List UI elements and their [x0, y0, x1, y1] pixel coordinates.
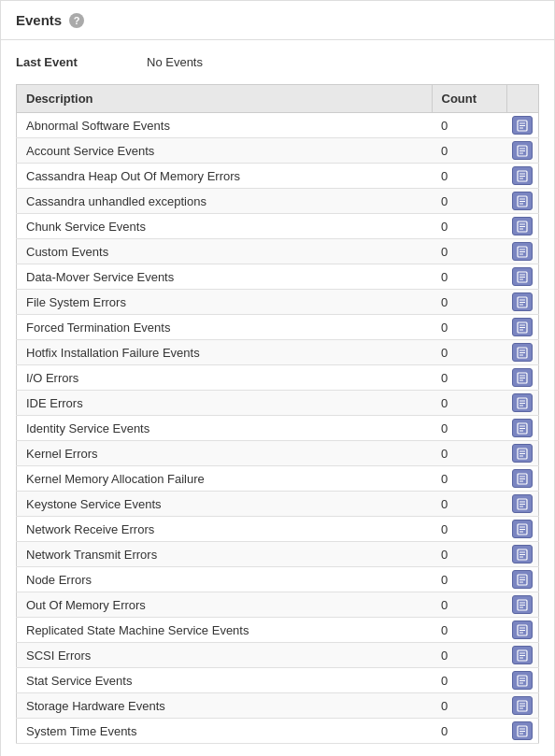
action-icon — [517, 221, 528, 233]
action-icon — [517, 599, 528, 611]
event-action-button[interactable] — [512, 696, 533, 715]
action-cell — [506, 592, 539, 618]
count-cell: 0 — [432, 668, 506, 693]
description-cell: File System Errors — [17, 290, 433, 315]
description-cell: Stat Service Events — [17, 668, 433, 693]
event-action-button[interactable] — [512, 671, 533, 690]
action-icon — [517, 422, 528, 435]
count-header: Count — [432, 85, 506, 113]
action-icon — [517, 145, 528, 157]
event-action-button[interactable] — [512, 318, 533, 336]
page-header: Events ? — [1, 1, 554, 40]
count-cell: 0 — [432, 290, 506, 315]
last-event-value: No Events — [147, 55, 203, 69]
event-action-button[interactable] — [512, 192, 533, 210]
action-cell — [506, 719, 539, 744]
description-cell: Custom Events — [17, 239, 433, 264]
action-cell — [506, 643, 539, 668]
event-action-button[interactable] — [512, 444, 533, 463]
description-header: Description — [17, 85, 433, 113]
count-cell: 0 — [432, 466, 506, 492]
action-icon — [517, 347, 528, 359]
count-cell: 0 — [432, 517, 506, 542]
description-cell: Forced Termination Events — [17, 315, 433, 340]
table-row: Forced Termination Events0 — [17, 315, 539, 340]
description-cell: Storage Hardware Events — [17, 693, 433, 719]
page-title: Events — [16, 12, 62, 28]
event-action-button[interactable] — [512, 217, 533, 235]
event-action-button[interactable] — [512, 343, 533, 362]
count-cell: 0 — [432, 567, 506, 592]
table-row: System Time Events0 — [17, 719, 539, 744]
event-action-button[interactable] — [512, 393, 533, 412]
event-action-button[interactable] — [512, 469, 533, 488]
event-action-button[interactable] — [512, 545, 533, 563]
action-icon — [517, 448, 528, 460]
action-icon — [517, 675, 528, 687]
description-cell: Network Receive Errors — [17, 517, 433, 542]
action-cell — [506, 164, 539, 189]
table-row: Chunk Service Events0 — [17, 214, 539, 239]
description-cell: Cassandra Heap Out Of Memory Errors — [17, 164, 433, 189]
table-row: Out Of Memory Errors0 — [17, 592, 539, 618]
table-row: Kernel Errors0 — [17, 441, 539, 466]
action-cell — [506, 542, 539, 567]
event-action-button[interactable] — [512, 368, 533, 387]
event-action-button[interactable] — [512, 646, 533, 664]
count-cell: 0 — [432, 113, 506, 138]
event-action-button[interactable] — [512, 141, 533, 160]
event-action-button[interactable] — [512, 721, 533, 740]
table-row: Data-Mover Service Events0 — [17, 264, 539, 290]
event-action-button[interactable] — [512, 242, 533, 261]
description-cell: IDE Errors — [17, 391, 433, 416]
event-action-button[interactable] — [512, 419, 533, 437]
table-row: Cassandra unhandled exceptions0 — [17, 189, 539, 214]
count-cell: 0 — [432, 340, 506, 365]
action-icon — [517, 170, 528, 182]
action-cell — [506, 340, 539, 365]
action-icon — [517, 321, 528, 334]
description-cell: Cassandra unhandled exceptions — [17, 189, 433, 214]
action-icon — [517, 700, 528, 712]
table-row: Stat Service Events0 — [17, 668, 539, 693]
event-action-button[interactable] — [512, 292, 533, 311]
table-row: Custom Events0 — [17, 239, 539, 264]
table-row: File System Errors0 — [17, 290, 539, 315]
action-icon — [517, 725, 528, 737]
table-row: Storage Hardware Events0 — [17, 693, 539, 719]
action-icon — [517, 195, 528, 207]
action-cell — [506, 517, 539, 542]
count-cell: 0 — [432, 315, 506, 340]
description-cell: Keystone Service Events — [17, 492, 433, 517]
table-row: Network Receive Errors0 — [17, 517, 539, 542]
table-row: Node Errors0 — [17, 567, 539, 592]
event-action-button[interactable] — [512, 570, 533, 589]
count-cell: 0 — [432, 416, 506, 441]
event-action-button[interactable] — [512, 116, 533, 135]
count-cell: 0 — [432, 391, 506, 416]
event-action-button[interactable] — [512, 166, 533, 185]
count-cell: 0 — [432, 693, 506, 719]
event-action-button[interactable] — [512, 520, 533, 538]
description-cell: Node Errors — [17, 567, 433, 592]
table-row: Replicated State Machine Service Events0 — [17, 618, 539, 643]
count-cell: 0 — [432, 214, 506, 239]
action-icon — [517, 397, 528, 409]
description-cell: I/O Errors — [17, 365, 433, 391]
event-action-button[interactable] — [512, 494, 533, 513]
action-icon — [517, 549, 528, 561]
table-row: SCSI Errors0 — [17, 643, 539, 668]
help-icon[interactable]: ? — [69, 13, 84, 28]
action-cell — [506, 416, 539, 441]
action-cell — [506, 365, 539, 391]
events-table: Description Count Abnormal Software Even… — [16, 84, 539, 744]
table-row: Kernel Memory Allocation Failure0 — [17, 466, 539, 492]
description-cell: Kernel Errors — [17, 441, 433, 466]
description-cell: System Time Events — [17, 719, 433, 744]
action-cell — [506, 618, 539, 643]
count-cell: 0 — [432, 189, 506, 214]
event-action-button[interactable] — [512, 267, 533, 286]
action-cell — [506, 113, 539, 138]
event-action-button[interactable] — [512, 595, 533, 614]
event-action-button[interactable] — [512, 620, 533, 639]
